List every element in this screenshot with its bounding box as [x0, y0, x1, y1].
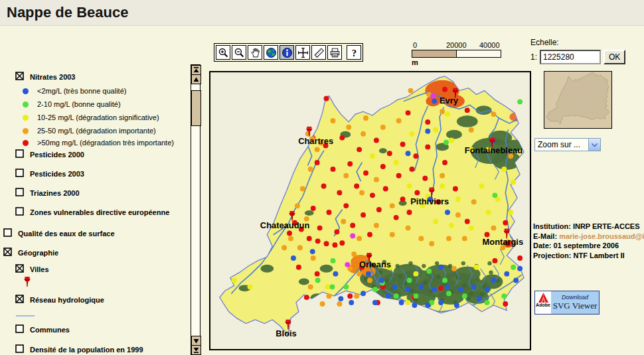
city-label-evry: Evry	[440, 96, 459, 106]
chevron-down-icon	[592, 143, 598, 147]
nitrate-dot-red	[407, 210, 412, 215]
pan-button[interactable]	[248, 45, 262, 60]
ruler-icon	[313, 47, 325, 58]
nitrate-dot-yellow	[508, 210, 513, 215]
info-button[interactable]	[280, 45, 294, 60]
legend-checkbox-qualite-eaux-surface[interactable]	[3, 228, 12, 240]
legend-checkbox-reseau-hydrologique[interactable]	[15, 294, 24, 306]
nitrate-dot-orange	[308, 284, 313, 289]
nitrate-dot-red	[332, 242, 337, 248]
nitrate-dot-red	[422, 176, 428, 181]
nitrate-dot-red	[347, 161, 353, 167]
adobe-svg-viewer-badge[interactable]: Adobe Download SVG Viewer	[534, 291, 600, 315]
nitrate-dot-red	[327, 210, 332, 215]
legend-label: Réseau hydrologique	[30, 296, 104, 304]
adobe-a-icon	[538, 293, 548, 303]
nitrate-dot-orange	[288, 236, 293, 241]
nitrate-dot-orange	[429, 241, 434, 246]
nitrate-dot-orange	[330, 118, 335, 123]
nitrate-dot-yellow	[445, 111, 450, 117]
nitrate-dot-blue	[517, 266, 523, 271]
nitrate-dot-green	[315, 278, 321, 283]
zoom-out-button[interactable]	[232, 45, 246, 60]
scroll-down-button[interactable]	[191, 336, 201, 346]
scale-input[interactable]	[540, 50, 601, 64]
legend-class-row: <2mg/L (très bonne qualité)	[23, 86, 126, 96]
nitrate-dot-red	[465, 219, 470, 224]
legend-checkbox-villes[interactable]	[15, 263, 24, 275]
nitrate-dot-yellow	[394, 160, 399, 165]
email-row: E-Mail: marie-jose.broussaud@inrp.fr	[533, 232, 644, 242]
scrollbar-thumb[interactable]	[191, 90, 201, 126]
legend-checkbox-triazines-2000[interactable]	[15, 187, 24, 199]
legend-class-row: >50mg mg/L (dégradation très importante)	[23, 137, 174, 148]
nitrate-dot-blue	[333, 271, 338, 277]
scale-ok-button[interactable]: OK	[604, 50, 625, 64]
scalebar-tick-40000: 40000	[479, 41, 500, 49]
nitrate-dot-orange	[469, 127, 474, 133]
ruler-button[interactable]	[311, 45, 326, 60]
nitrate-dot-blue	[399, 300, 404, 305]
nitrate-dot-yellow	[486, 210, 491, 215]
nitrate-dot-red	[394, 215, 399, 220]
legend-checkbox-geographie[interactable]	[3, 247, 12, 259]
legend-label: Qualité des eaux de surface	[18, 230, 115, 238]
nitrate-dot-yellow	[449, 223, 454, 228]
projection-row: Projection: NTF Lambert II	[533, 251, 644, 261]
scroll-to-top-button[interactable]	[191, 65, 201, 75]
email-link[interactable]: marie-jose.broussaud@inrp.fr	[559, 232, 644, 240]
legend-group-densite-population-1999: Densité de la population en 1999	[15, 344, 143, 355]
nitrate-dot-orange	[300, 186, 305, 192]
help-button[interactable]: ?	[347, 45, 361, 60]
city-label-blois: Blois	[276, 328, 297, 338]
crosshair-button[interactable]	[295, 45, 310, 60]
legend-class-row: 10-25 mg/L (dégradation significative)	[23, 112, 159, 123]
legend-line-symbol	[16, 311, 35, 321]
river-line-icon	[16, 315, 35, 317]
zoom-city-select[interactable]: Zoom sur ...	[534, 138, 601, 151]
nitrate-dot-red	[370, 192, 375, 198]
legend-class-dot	[23, 140, 29, 146]
nitrate-dot-orange	[346, 125, 351, 130]
map-canvas[interactable]: EvryFontainebleauChartresPithiviersChate…	[210, 72, 530, 349]
scale-control: Echelle: 1: OK	[530, 38, 640, 64]
nitrate-dot-red	[361, 212, 366, 218]
nitrate-dot-red	[363, 171, 368, 176]
legend-label: Triazines 2000	[30, 189, 80, 197]
nitrate-dot-red	[354, 184, 359, 189]
scroll-to-bottom-button[interactable]	[191, 345, 201, 355]
legend-checkbox-communes[interactable]	[15, 324, 24, 336]
legend-checkbox-pesticides-2003[interactable]	[15, 168, 24, 180]
nitrate-dot-orange	[354, 293, 359, 299]
scalebar: 0 20000 40000 m	[412, 41, 505, 66]
overview-minimap[interactable]	[544, 71, 612, 129]
nitrate-dot-orange	[390, 232, 395, 238]
nitrate-dot-yellow	[413, 271, 418, 277]
nitrate-dot-magenta	[345, 262, 350, 267]
nitrate-dot-blue	[458, 287, 463, 292]
nitrate-dot-blue	[438, 300, 443, 305]
print-button[interactable]	[327, 45, 342, 60]
info-panel: Institution: INRP ERTE-ACCES E-Mail: mar…	[533, 222, 644, 260]
legend-checkbox-nitrates-2003[interactable]	[15, 71, 24, 83]
legend-label: Villes	[30, 265, 49, 273]
legend-checkbox-densite-population-1999[interactable]	[15, 344, 24, 355]
globe-button[interactable]	[264, 45, 278, 60]
nitrate-dot-yellow	[433, 127, 438, 133]
scroll-up-button[interactable]	[191, 74, 201, 84]
nitrate-dot-red	[304, 295, 309, 300]
nitrate-dot-red	[376, 207, 382, 212]
nitrate-dot-green	[501, 293, 507, 299]
legend-checkbox-zones-vulnerables[interactable]	[15, 206, 24, 218]
nitrate-dot-green	[492, 192, 497, 198]
nitrate-dot-blue	[372, 300, 378, 305]
nitrate-dot-orange	[357, 271, 362, 277]
zoom-in-button[interactable]	[216, 45, 230, 60]
city-label-pithiviers: Pithiviers	[410, 196, 449, 206]
nitrate-dot-blue	[349, 300, 354, 305]
nitrate-dot-blue	[392, 284, 398, 289]
select-dropdown-button[interactable]	[588, 139, 600, 151]
legend-checkbox-pesticides-2000[interactable]	[15, 149, 24, 161]
legend-label: Pesticides 2000	[30, 151, 84, 159]
legend-scrollbar[interactable]	[191, 64, 201, 355]
